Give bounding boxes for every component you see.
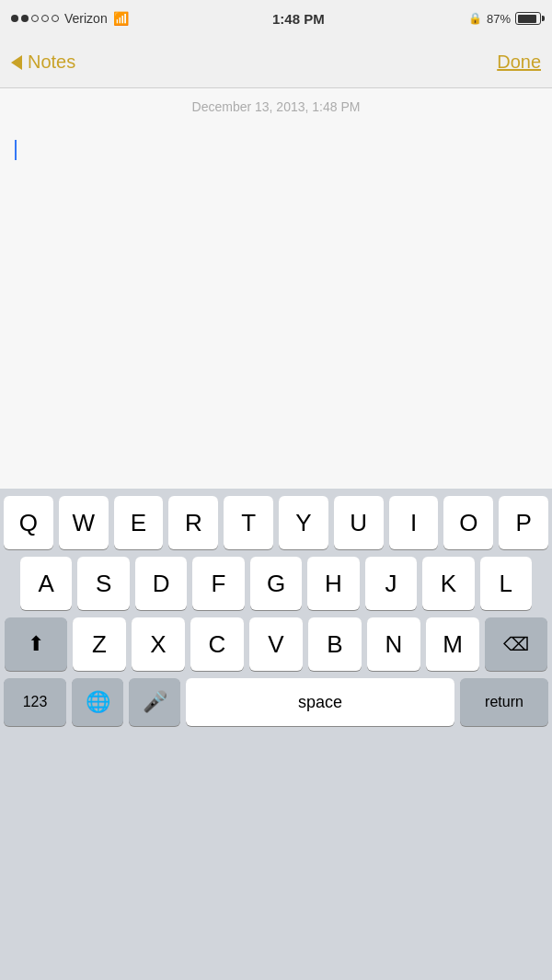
keyboard: Q W E R T Y U I O P A S D F G H J K L ⬆ … — [0, 489, 552, 980]
key-u[interactable]: U — [334, 496, 384, 549]
keyboard-row-1: Q W E R T Y U I O P — [4, 496, 548, 549]
back-label: Notes — [28, 52, 75, 73]
return-key[interactable]: return — [460, 678, 548, 726]
key-b[interactable]: B — [308, 617, 362, 671]
text-cursor — [15, 140, 17, 160]
microphone-icon: 🎤 — [143, 690, 167, 714]
key-p[interactable]: P — [499, 496, 548, 549]
numbers-key[interactable]: 123 — [4, 678, 66, 726]
battery-shell — [515, 12, 541, 25]
nav-bar: Notes Done — [0, 37, 552, 88]
numbers-label: 123 — [23, 694, 48, 710]
delete-key[interactable]: ⌫ — [485, 617, 547, 671]
key-d[interactable]: D — [135, 557, 187, 610]
lock-icon: 🔒 — [468, 12, 482, 25]
wifi-icon: 📶 — [113, 11, 129, 26]
shift-key[interactable]: ⬆ — [5, 617, 67, 671]
globe-icon: 🌐 — [86, 690, 110, 714]
space-key[interactable]: space — [186, 678, 454, 726]
signal-dot-2 — [21, 15, 29, 22]
status-right: 🔒 87% — [468, 12, 541, 26]
battery-fill — [518, 15, 536, 23]
battery — [515, 12, 541, 25]
keyboard-row-2: A S D F G H J K L — [4, 557, 548, 610]
return-label: return — [485, 694, 523, 710]
note-area[interactable]: December 13, 2013, 1:48 PM — [0, 88, 552, 489]
space-label: space — [298, 693, 342, 712]
status-left: Verizon 📶 — [11, 11, 129, 26]
key-i[interactable]: I — [389, 496, 439, 549]
signal-dot-1 — [11, 15, 18, 22]
key-h[interactable]: H — [307, 557, 359, 610]
key-y[interactable]: Y — [279, 496, 328, 549]
signal-dots — [11, 15, 59, 22]
key-r[interactable]: R — [168, 496, 218, 549]
key-l[interactable]: L — [480, 557, 532, 610]
note-timestamp: December 13, 2013, 1:48 PM — [15, 99, 537, 114]
key-f[interactable]: F — [192, 557, 244, 610]
key-e[interactable]: E — [114, 496, 164, 549]
keyboard-row-3: ⬆ Z X C V B N M ⌫ — [4, 617, 548, 671]
status-bar: Verizon 📶 1:48 PM 🔒 87% — [0, 0, 552, 37]
key-a[interactable]: A — [20, 557, 72, 610]
signal-dot-3 — [31, 15, 39, 22]
key-v[interactable]: V — [249, 617, 303, 671]
microphone-key[interactable]: 🎤 — [129, 678, 180, 726]
key-n[interactable]: N — [367, 617, 420, 671]
key-w[interactable]: W — [59, 496, 109, 549]
key-g[interactable]: G — [250, 557, 302, 610]
back-button[interactable]: Notes — [11, 52, 75, 73]
battery-percent: 87% — [487, 12, 511, 26]
key-j[interactable]: J — [365, 557, 417, 610]
key-x[interactable]: X — [132, 617, 185, 671]
key-q[interactable]: Q — [4, 496, 53, 549]
signal-dot-5 — [52, 15, 59, 22]
back-arrow-icon — [11, 55, 22, 70]
key-o[interactable]: O — [443, 496, 493, 549]
key-t[interactable]: T — [224, 496, 273, 549]
globe-key[interactable]: 🌐 — [72, 678, 123, 726]
time-label: 1:48 PM — [272, 11, 325, 27]
key-c[interactable]: C — [190, 617, 244, 671]
done-button[interactable]: Done — [497, 52, 541, 73]
key-s[interactable]: S — [77, 557, 129, 610]
key-z[interactable]: Z — [73, 617, 126, 671]
shift-icon: ⬆ — [28, 632, 44, 656]
delete-icon: ⌫ — [503, 633, 529, 655]
carrier-label: Verizon — [64, 11, 108, 26]
key-k[interactable]: K — [422, 557, 474, 610]
signal-dot-4 — [41, 15, 49, 22]
keyboard-bottom-row: 123 🌐 🎤 space return — [4, 678, 548, 726]
key-m[interactable]: M — [426, 617, 479, 671]
